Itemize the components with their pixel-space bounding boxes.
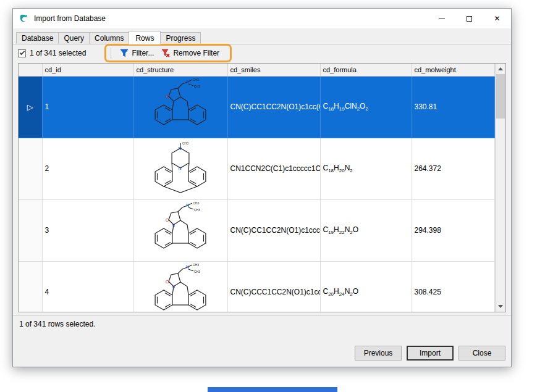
grid-body: ▷ 1 [19, 76, 495, 312]
previous-button[interactable]: Previous [355, 346, 402, 361]
title-bar: Import from Database ✕ [13, 9, 511, 28]
svg-text:CH3: CH3 [194, 85, 200, 88]
header-cd-structure[interactable]: cd_structure [133, 64, 227, 76]
close-button[interactable]: ✕ [483, 9, 511, 28]
tab-columns[interactable]: Columns [89, 32, 129, 44]
scroll-down-button[interactable] [496, 301, 505, 312]
svg-text:N: N [179, 146, 182, 151]
svg-text:CH3: CH3 [193, 78, 199, 81]
cell-cd-smiles[interactable]: CN(C)CC1CC2N(O1)c1cccc... [227, 199, 320, 261]
cell-cd-molweight[interactable]: 294.398 [412, 199, 495, 261]
header-row-selector [19, 64, 42, 76]
svg-text:CH3: CH3 [182, 141, 188, 145]
results-grid: cd_id cd_structure cd_smiles cd_formula … [18, 63, 506, 312]
table-row[interactable]: ▷ 2 [19, 138, 495, 199]
svg-text:CH3: CH3 [194, 270, 200, 273]
tab-strip: Database Query Columns Rows Progress [13, 28, 511, 44]
scrollbar-thumb[interactable] [496, 74, 505, 119]
import-from-database-dialog: Import from Database ✕ Database Query Co… [12, 8, 512, 367]
svg-text:O: O [166, 218, 169, 222]
filter-button-group: Filter... Remove Filter [106, 46, 230, 60]
svg-text:N: N [172, 99, 175, 104]
remove-filter-funnel-icon [161, 49, 170, 57]
svg-text:CH3: CH3 [193, 201, 199, 205]
header-cd-formula[interactable]: cd_formula [320, 64, 412, 76]
row-selector-cell[interactable]: ▷ [19, 199, 42, 261]
selection-count-label: 1 of 341 selected [30, 49, 86, 57]
grid-viewport: cd_id cd_structure cd_smiles cd_formula … [19, 64, 495, 312]
svg-text:N: N [186, 265, 189, 269]
cell-cd-smiles[interactable]: CN1CCN2C(C1)c1ccccc1Cc... [227, 138, 320, 199]
header-cd-smiles[interactable]: cd_smiles [227, 64, 320, 76]
background-window-artifact [208, 387, 337, 392]
tab-query[interactable]: Query [58, 32, 90, 44]
tab-progress[interactable]: Progress [160, 32, 201, 44]
cell-cd-smiles[interactable]: CN(C)CCC1CC2N(O1)c1cc... [227, 261, 320, 312]
cell-cd-id[interactable]: 2 [42, 138, 133, 199]
svg-text:N: N [179, 166, 182, 170]
window-title: Import from Database [34, 14, 106, 23]
table-row[interactable]: ▷ 4 [19, 261, 495, 312]
row-selector-cell[interactable]: ▷ [19, 261, 42, 312]
caption-controls: ✕ [428, 9, 511, 28]
svg-text:CH3: CH3 [194, 208, 200, 212]
checkmark-icon [20, 49, 25, 54]
maximize-icon [467, 16, 472, 22]
cell-cd-structure[interactable]: O N N CH3 CH3 [133, 199, 227, 261]
cell-cd-formula[interactable]: C18H19ClN2O2 [320, 76, 412, 138]
table-row[interactable]: ▷ 1 [19, 76, 495, 138]
molecule-structure: O N N CH3 CH3 [140, 78, 221, 136]
row-selector-cell[interactable]: ▷ [19, 76, 42, 138]
filter-button[interactable]: Filter... [116, 48, 158, 59]
svg-text:N: N [186, 203, 189, 207]
cell-cd-structure[interactable]: N N CH3 [133, 138, 227, 199]
svg-text:N: N [172, 223, 175, 227]
minimize-button[interactable] [428, 9, 455, 28]
molecule-structure: N N CH3 [140, 140, 221, 198]
toolbar-separator [111, 48, 111, 59]
scroll-down-icon [498, 305, 503, 308]
cell-cd-id[interactable]: 1 [42, 76, 133, 138]
import-button[interactable]: Import [407, 346, 454, 361]
cell-cd-molweight[interactable]: 330.81 [412, 76, 495, 138]
maximize-button[interactable] [455, 9, 483, 28]
filter-button-label: Filter... [132, 49, 154, 57]
cell-cd-structure[interactable]: O N N CH3 CH3 [133, 76, 227, 138]
svg-text:N: N [172, 285, 175, 289]
svg-text:O: O [166, 94, 169, 99]
rows-toolbar: 1 of 341 selected Filter... Remove Filte… [13, 44, 511, 62]
cell-cd-formula[interactable]: C18H20N2 [320, 138, 412, 199]
cell-cd-molweight[interactable]: 308.425 [412, 261, 495, 312]
filter-funnel-icon [120, 49, 129, 57]
close-dialog-button[interactable]: Close [458, 346, 505, 361]
svg-text:CH3: CH3 [193, 263, 199, 267]
dialog-footer: Previous Import Close [355, 346, 505, 361]
scroll-up-button[interactable] [496, 64, 505, 74]
cell-cd-molweight[interactable]: 264.372 [412, 138, 495, 199]
minimize-icon [439, 19, 445, 19]
cell-cd-structure[interactable]: O N N CH3 CH3 [133, 261, 227, 312]
tab-database[interactable]: Database [16, 32, 59, 44]
svg-text:N: N [186, 80, 189, 84]
tab-rows[interactable]: Rows [129, 31, 161, 44]
row-selector-cell[interactable]: ▷ [19, 138, 42, 199]
cell-cd-id[interactable]: 3 [42, 199, 133, 261]
scroll-up-icon [498, 67, 503, 70]
cell-cd-formula[interactable]: C20H24N2O [320, 261, 412, 312]
table-row[interactable]: ▷ 3 [19, 199, 495, 261]
cell-cd-smiles[interactable]: CN(C)CC1CC2N(O1)c1cc(C... [227, 76, 320, 138]
vertical-scrollbar[interactable] [495, 64, 505, 312]
header-cd-molweight[interactable]: cd_molweight [412, 64, 495, 76]
molecule-structure: O N N CH3 CH3 [140, 263, 221, 312]
app-icon [19, 14, 29, 23]
header-cd-id[interactable]: cd_id [42, 64, 133, 76]
molecule-structure: O N N CH3 CH3 [140, 201, 221, 260]
close-icon: ✕ [494, 14, 500, 23]
remove-filter-button[interactable]: Remove Filter [158, 48, 223, 59]
svg-text:O: O [166, 280, 169, 284]
cell-cd-id[interactable]: 4 [42, 261, 133, 312]
cell-cd-formula[interactable]: C19H22N2O [320, 199, 412, 261]
selection-checkbox[interactable] [18, 49, 26, 57]
current-row-arrow: ▷ [27, 102, 33, 112]
status-bar: 1 of 341 rows selected. [13, 315, 511, 332]
